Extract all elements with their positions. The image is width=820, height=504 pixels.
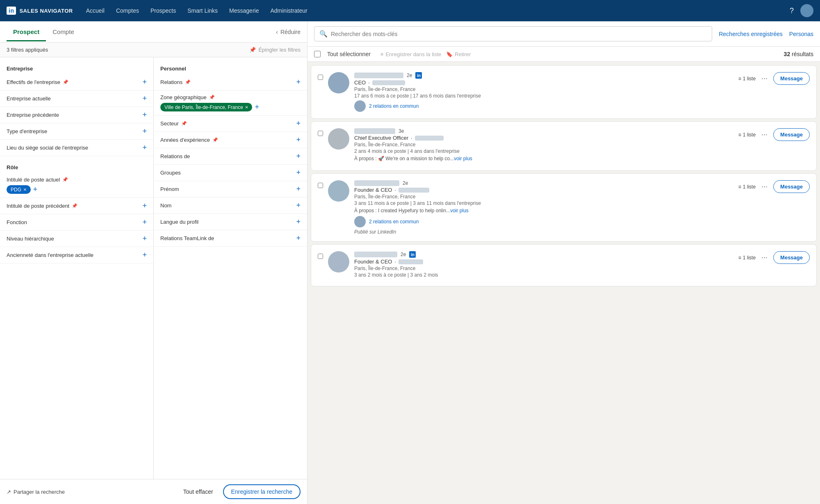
reduce-button[interactable]: ‹ Réduire <box>276 29 301 35</box>
add-siege-social-icon[interactable]: + <box>142 143 147 152</box>
filter-anciennete-label: Ancienneté dans l'entreprise actuelle <box>7 252 93 258</box>
add-entreprise-precedente-icon[interactable]: + <box>142 111 147 119</box>
add-nom-icon[interactable]: + <box>296 201 301 210</box>
filter-relations[interactable]: Relations 📌 + <box>154 74 307 91</box>
add-type-entreprise-icon[interactable]: + <box>142 127 147 136</box>
retire-button[interactable]: 🔖 Retirer <box>446 51 471 57</box>
pin-relations-icon: 📌 <box>185 79 191 85</box>
filter-entreprise-actuelle[interactable]: Entreprise actuelle + <box>0 91 153 107</box>
liste-button[interactable]: ≡ 1 liste <box>738 132 756 138</box>
filter-type-entreprise[interactable]: Type d'entreprise + <box>0 123 153 140</box>
save-list-button[interactable]: ≡ Enregistrer dans la liste <box>380 51 441 57</box>
filter-annees-experience[interactable]: Années d'expérience 📌 + <box>154 132 307 148</box>
liste-button[interactable]: ≡ 1 liste <box>738 255 756 261</box>
filter-secteur-label: Secteur <box>160 120 179 127</box>
add-fonction-icon[interactable]: + <box>142 218 147 227</box>
filter-langue-profil[interactable]: Langue du profil + <box>154 214 307 230</box>
filter-anciennete[interactable]: Ancienneté dans l'entreprise actuelle + <box>0 247 153 263</box>
relations-text[interactable]: 2 relations en commun <box>369 103 419 109</box>
filter-effectifs[interactable]: Effectifs de l'entreprise 📌 + <box>0 74 153 91</box>
add-relations-icon[interactable]: + <box>296 78 301 86</box>
more-options-button[interactable]: ··· <box>759 73 770 84</box>
card-checkbox[interactable] <box>318 183 323 188</box>
nav-prospects[interactable]: Prospects <box>150 7 176 14</box>
share-search-button[interactable]: ↗ Partager la recherche <box>7 489 65 495</box>
nav-comptes[interactable]: Comptes <box>116 7 139 14</box>
add-prenom-icon[interactable]: + <box>296 185 301 193</box>
card-title: Chief Executive Officer · <box>354 135 723 141</box>
nav-smartlinks[interactable]: Smart Links <box>187 7 218 14</box>
pdg-tag[interactable]: PDG × <box>7 185 31 194</box>
card-checkbox[interactable] <box>318 254 323 259</box>
filter-siege-social[interactable]: Lieu du siège social de l'entreprise + <box>0 140 153 156</box>
add-anciennete-icon[interactable]: + <box>142 251 147 259</box>
add-relations-de-icon[interactable]: + <box>296 152 301 161</box>
filter-nom[interactable]: Nom + <box>154 198 307 214</box>
tab-compte[interactable]: Compte <box>46 23 81 41</box>
avatar <box>328 72 349 93</box>
card-name-blurred <box>354 180 399 186</box>
voir-plus-link[interactable]: voir plus <box>450 208 469 213</box>
personas-link[interactable]: Personas <box>789 31 813 37</box>
add-secteur-icon[interactable]: + <box>296 119 301 128</box>
filter-entreprise-precedente[interactable]: Entreprise précédente + <box>0 107 153 123</box>
filter-intitule-poste-precedent[interactable]: Intitulé de poste précédent 📌 + <box>0 198 153 214</box>
more-options-button[interactable]: ··· <box>759 252 770 263</box>
personnel-section-title: Personnel <box>154 62 307 74</box>
add-langue-icon[interactable]: + <box>296 218 301 226</box>
filters-count: 3 filtres appliqués <box>7 47 48 53</box>
main-container: Prospect Compte ‹ Réduire 3 filtres appl… <box>0 21 820 504</box>
relations-text[interactable]: 2 relations en commun <box>369 219 419 225</box>
filter-relations-teamlink[interactable]: Relations TeamLink de + <box>154 230 307 247</box>
pin-filters-button[interactable]: 📌 Épingler les filtres <box>249 47 301 53</box>
more-options-button[interactable]: ··· <box>759 182 770 192</box>
tab-prospect[interactable]: Prospect <box>7 23 46 41</box>
filter-intitule-poste-actuel[interactable]: Intitulé de poste actuel 📌 PDG × + <box>0 173 153 198</box>
add-niveau-icon[interactable]: + <box>142 234 147 243</box>
nav-accueil[interactable]: Accueil <box>86 7 105 14</box>
add-teamlink-icon[interactable]: + <box>296 234 301 243</box>
message-button[interactable]: Message <box>773 72 810 85</box>
save-search-button[interactable]: Enregistrer la recherche <box>223 484 301 499</box>
add-intitule-precedent-icon[interactable]: + <box>142 202 147 210</box>
search-box[interactable]: 🔍 <box>314 26 712 41</box>
help-button[interactable]: ? <box>790 7 794 15</box>
more-options-button[interactable]: ··· <box>759 129 770 140</box>
clear-all-button[interactable]: Tout effacer <box>178 485 218 498</box>
zone-tag-remove[interactable]: × <box>245 104 248 110</box>
card-checkbox[interactable] <box>318 131 323 136</box>
filter-secteur[interactable]: Secteur 📌 + <box>154 116 307 132</box>
filter-niveau-hierarchique[interactable]: Niveau hiérarchique + <box>0 231 153 247</box>
message-button[interactable]: Message <box>773 128 810 141</box>
avatar-image <box>328 180 349 202</box>
saved-searches-link[interactable]: Recherches enregistrées <box>719 31 783 37</box>
liste-button[interactable]: ≡ 1 liste <box>738 184 756 190</box>
pdg-tag-remove[interactable]: × <box>23 186 27 193</box>
select-all-label[interactable]: Tout sélectionner <box>327 51 371 57</box>
user-avatar[interactable] <box>800 4 813 17</box>
filter-groupes[interactable]: Groupes + <box>154 165 307 181</box>
liste-button[interactable]: ≡ 1 liste <box>738 76 756 82</box>
logo[interactable]: in SALES NAVIGATOR <box>7 7 73 15</box>
message-button[interactable]: Message <box>773 180 810 193</box>
add-entreprise-actuelle-icon[interactable]: + <box>142 94 147 103</box>
add-effectifs-icon[interactable]: + <box>142 78 147 86</box>
filter-relations-de[interactable]: Relations de + <box>154 148 307 165</box>
zone-tag[interactable]: Ville de Paris, Île-de-France, France × <box>160 103 252 111</box>
card-checkbox[interactable] <box>318 75 323 80</box>
pin-intitule-icon: 📌 <box>62 177 68 182</box>
select-all-checkbox[interactable] <box>314 51 321 57</box>
search-input[interactable] <box>331 31 707 37</box>
add-zone-icon[interactable]: + <box>255 103 259 111</box>
message-button[interactable]: Message <box>773 251 810 264</box>
add-groupes-icon[interactable]: + <box>296 168 301 177</box>
filter-prenom[interactable]: Prénom + <box>154 181 307 198</box>
nav-administrateur[interactable]: Administrateur <box>270 7 307 14</box>
voir-plus-link[interactable]: voir plus <box>454 156 472 161</box>
profile-cards: 2e in CEO · Paris, Île-de-France, France… <box>308 62 820 290</box>
filter-fonction[interactable]: Fonction + <box>0 214 153 231</box>
add-intitule-icon[interactable]: + <box>33 185 38 194</box>
filter-zone-geo[interactable]: Zone géographique 📌 Ville de Paris, Île-… <box>154 91 307 116</box>
nav-messagerie[interactable]: Messagerie <box>229 7 259 14</box>
add-annees-icon[interactable]: + <box>296 136 301 144</box>
